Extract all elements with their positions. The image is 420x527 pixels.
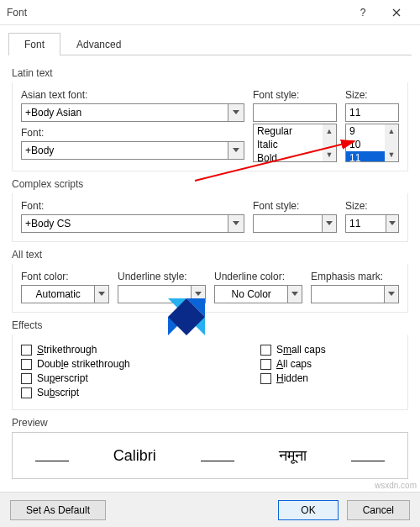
underline-color-value: No Color	[214, 285, 288, 303]
logo-icon	[168, 298, 205, 335]
complex-size-combo[interactable]	[345, 214, 399, 233]
font-style-input[interactable]	[253, 103, 337, 122]
font-color-label: Font color:	[21, 271, 109, 282]
complex-style-combo[interactable]	[253, 214, 337, 233]
asian-font-input[interactable]	[21, 103, 228, 122]
underline-style-label: Underline style:	[118, 271, 206, 282]
group-complex-title: Complex scripts	[12, 178, 408, 190]
font-color-dropdown[interactable]	[95, 285, 109, 303]
strike-checkbox[interactable]: SStrikethroughtrikethrough	[21, 344, 160, 356]
latin-font-input[interactable]	[21, 141, 228, 160]
scroll-up-icon[interactable]: ▲	[385, 124, 398, 138]
tab-advanced[interactable]: Advanced	[60, 33, 137, 55]
latin-font-label: Font:	[21, 127, 244, 139]
group-latin-title: Latin text	[12, 67, 408, 79]
checkbox-icon	[260, 359, 271, 370]
tabs: Font Advanced	[8, 32, 412, 55]
all-caps-checkbox[interactable]: All caps	[260, 358, 399, 370]
size-scrollbar[interactable]: ▲ ▼	[385, 124, 398, 161]
preview-latin: Calibri	[113, 447, 156, 465]
font-style-listbox[interactable]: Regular Italic Bold ▲ ▼	[253, 124, 337, 162]
font-color-value: Automatic	[21, 285, 95, 303]
preview-underline	[351, 450, 385, 461]
cancel-button[interactable]: Cancel	[347, 500, 410, 520]
checkbox-icon	[21, 387, 32, 398]
asian-font-combo[interactable]	[21, 103, 244, 122]
font-style-label: Font style:	[253, 89, 337, 101]
superscript-checkbox[interactable]: Superscript	[21, 372, 160, 384]
hidden-checkbox[interactable]: Hidden	[260, 372, 399, 384]
complex-style-dropdown[interactable]	[323, 214, 337, 233]
double-strike-checkbox[interactable]: Double strikethrough	[21, 358, 160, 370]
underline-color-label: Underline color:	[214, 271, 302, 282]
size-input[interactable]	[345, 103, 399, 122]
scroll-down-icon[interactable]: ▼	[323, 148, 336, 161]
size-listbox[interactable]: 9 10 11 ▲ ▼	[345, 124, 399, 162]
checkbox-icon	[260, 373, 271, 384]
complex-font-combo[interactable]	[21, 214, 244, 233]
complex-font-label: Font:	[21, 200, 244, 212]
complex-size-label: Size:	[345, 200, 399, 212]
ok-button[interactable]: OK	[278, 500, 338, 520]
group-effects: SStrikethroughtrikethrough Double strike…	[12, 335, 408, 410]
preview-box: Calibri नमूना	[12, 432, 408, 479]
set-default-button[interactable]: Set As Default	[10, 500, 106, 520]
font-color-combo[interactable]: Automatic	[21, 285, 109, 303]
preview-complex: नमूना	[279, 447, 307, 465]
group-effects-title: Effects	[12, 319, 408, 331]
footer: Set As Default OK Cancel	[0, 492, 420, 527]
complex-font-dropdown[interactable]	[228, 214, 244, 233]
complex-style-label: Font style:	[253, 200, 337, 212]
scroll-down-icon[interactable]: ▼	[385, 148, 398, 161]
group-alltext-title: All text	[12, 249, 408, 261]
complex-size-input[interactable]	[345, 214, 386, 233]
preview-underline	[201, 450, 234, 461]
watermark: wsxdn.com	[375, 481, 417, 490]
subscript-checkbox[interactable]: Subscript	[21, 387, 160, 398]
group-complex: Font: Font style: Size:	[12, 193, 408, 242]
titlebar: Font ?	[0, 0, 420, 25]
latin-font-dropdown[interactable]	[228, 141, 244, 160]
style-scrollbar[interactable]: ▲ ▼	[323, 124, 336, 161]
close-button[interactable]	[380, 1, 413, 24]
window-title: Font	[7, 7, 346, 18]
asian-font-label: Asian text font:	[21, 89, 244, 101]
underline-color-combo[interactable]: No Color	[214, 285, 302, 303]
emphasis-label: Emphasis mark:	[311, 271, 399, 282]
complex-font-input[interactable]	[21, 214, 228, 233]
group-latin: Asian text font: Font: Font style: Regul…	[12, 82, 408, 171]
latin-font-combo[interactable]	[21, 141, 244, 160]
help-button[interactable]: ?	[346, 1, 380, 24]
checkbox-icon	[260, 345, 271, 356]
preview-underline	[35, 450, 69, 461]
size-label: Size:	[345, 89, 399, 101]
asian-font-dropdown[interactable]	[228, 103, 244, 122]
scroll-up-icon[interactable]: ▲	[323, 124, 336, 138]
tab-font[interactable]: Font	[8, 33, 60, 55]
underline-color-dropdown[interactable]	[288, 285, 302, 303]
emphasis-combo[interactable]	[311, 285, 399, 303]
emphasis-dropdown[interactable]	[385, 285, 399, 303]
complex-style-input[interactable]	[253, 214, 323, 233]
checkbox-icon	[21, 373, 32, 384]
checkbox-icon	[21, 345, 32, 356]
emphasis-value	[311, 285, 385, 303]
complex-size-dropdown[interactable]	[386, 214, 399, 233]
close-icon	[392, 8, 401, 17]
small-caps-checkbox[interactable]: Small caps	[260, 344, 399, 356]
checkbox-icon	[21, 359, 32, 370]
group-alltext: Font color: Automatic Underline style: U…	[12, 264, 408, 313]
group-preview-title: Preview	[12, 417, 408, 429]
